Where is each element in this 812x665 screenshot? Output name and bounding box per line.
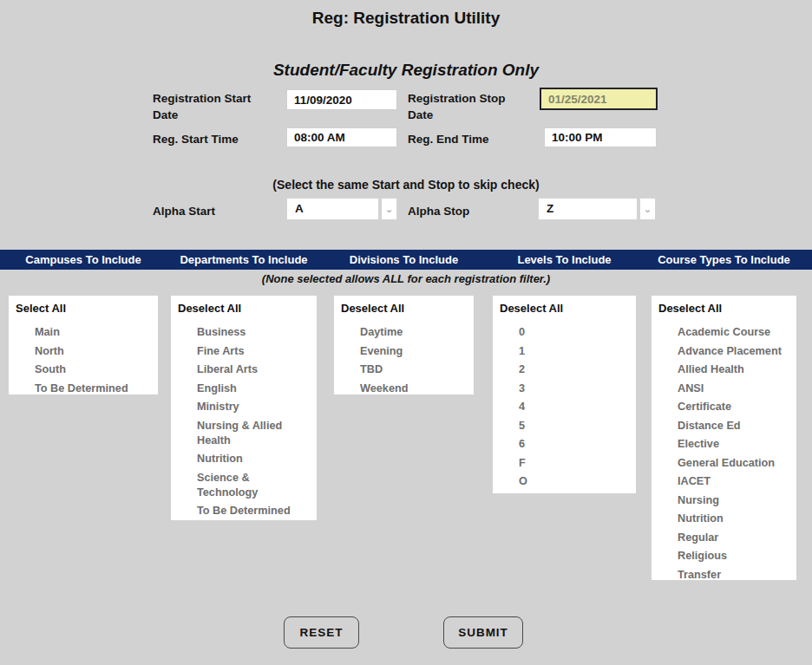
divisions-items: DaytimeEveningTBDWeekend xyxy=(334,325,474,394)
filter-item[interactable]: 3 xyxy=(493,381,636,396)
filter-item[interactable]: 2 xyxy=(493,362,636,377)
departments-listbox: Deselect All BusinessFine ArtsLiberal Ar… xyxy=(171,296,317,520)
filter-item[interactable]: South xyxy=(9,362,158,377)
filter-item[interactable]: Certificate xyxy=(652,400,796,414)
filter-item[interactable]: Advance Placement xyxy=(652,344,796,359)
filter-item[interactable]: Allied Health xyxy=(652,362,796,377)
filter-item[interactable]: Liberal Arts xyxy=(171,362,317,377)
filter-item[interactable]: Elective xyxy=(652,437,796,452)
campuses-items: MainNorthSouthTo Be Determined xyxy=(9,325,158,394)
reg-start-time-label: Reg. Start Time xyxy=(153,131,278,147)
filter-item[interactable]: Business xyxy=(171,325,317,340)
filter-item[interactable]: To Be Determined xyxy=(9,381,158,395)
filter-item[interactable]: 5 xyxy=(493,419,636,434)
filter-item[interactable]: IACET xyxy=(652,474,796,489)
divisions-deselect-all[interactable]: Deselect All xyxy=(334,296,474,316)
filter-item[interactable]: 6 xyxy=(493,437,636,452)
filter-item[interactable]: Transfer xyxy=(652,568,796,581)
reg-start-date-label: Registration Start Date xyxy=(153,90,278,123)
filter-item[interactable]: Regular xyxy=(652,531,796,545)
filter-item[interactable]: ANSI xyxy=(652,381,796,396)
reg-start-time-input[interactable] xyxy=(286,127,397,147)
filter-item[interactable]: Fine Arts xyxy=(171,344,317,359)
page-title: Reg: Registration Utility xyxy=(0,9,812,28)
filter-item[interactable]: Nursing xyxy=(652,493,796,508)
filter-item[interactable]: 1 xyxy=(493,344,636,359)
filter-item[interactable]: Nursing & Allied Health xyxy=(171,419,317,448)
subtitle: Student/Faculty Registration Only xyxy=(0,61,812,80)
reg-stop-date-input[interactable] xyxy=(540,88,658,110)
reset-button[interactable]: RESET xyxy=(284,616,359,649)
levels-items: 0123456FO xyxy=(493,325,636,489)
alpha-stop-select[interactable]: Z ⌄ xyxy=(538,198,656,220)
filter-item[interactable]: 0 xyxy=(493,325,636,340)
chevron-down-icon[interactable]: ⌄ xyxy=(639,198,656,220)
filter-item[interactable]: TBD xyxy=(334,362,474,377)
filter-item[interactable]: Main xyxy=(9,325,158,340)
filter-item[interactable]: F xyxy=(493,456,636,471)
chevron-down-icon[interactable]: ⌄ xyxy=(381,198,397,220)
course-types-deselect-all[interactable]: Deselect All xyxy=(652,296,796,316)
reg-end-time-label: Reg. End Time xyxy=(408,131,534,147)
course-types-items: Academic CourseAdvance PlacementAllied H… xyxy=(652,325,796,580)
filter-item[interactable]: North xyxy=(9,344,158,359)
filter-item[interactable]: To Be Determined xyxy=(171,504,317,518)
filter-item[interactable]: Ministry xyxy=(171,400,317,414)
filter-item[interactable]: Daytime xyxy=(334,325,474,340)
filter-item[interactable]: Weekend xyxy=(334,381,474,395)
header-levels: Levels To Include xyxy=(493,250,636,270)
divisions-listbox: Deselect All DaytimeEveningTBDWeekend xyxy=(334,296,474,394)
filter-item[interactable]: Nutrition xyxy=(652,512,796,526)
alpha-stop-label: Alpha Stop xyxy=(408,203,534,219)
alpha-start-select[interactable]: A ⌄ xyxy=(286,198,397,220)
registration-utility-window: Reg: Registration Utility Student/Facult… xyxy=(0,0,812,665)
alpha-start-value: A xyxy=(286,198,379,220)
reg-end-time-input[interactable] xyxy=(544,127,657,147)
departments-deselect-all[interactable]: Deselect All xyxy=(171,296,317,316)
levels-deselect-all[interactable]: Deselect All xyxy=(493,296,636,316)
filter-item[interactable]: Nutrition xyxy=(171,452,317,466)
filter-item[interactable]: 4 xyxy=(493,400,636,414)
alpha-start-label: Alpha Start xyxy=(153,203,278,219)
campuses-select-all[interactable]: Select All xyxy=(9,296,158,316)
submit-button[interactable]: SUBMIT xyxy=(443,616,523,649)
filter-item[interactable]: O xyxy=(493,474,636,489)
alpha-stop-value: Z xyxy=(538,198,638,220)
departments-items: BusinessFine ArtsLiberal ArtsEnglishMini… xyxy=(171,325,317,520)
filter-item[interactable]: Academic Course xyxy=(652,325,796,340)
reg-stop-date-label: Registration Stop Date xyxy=(408,90,534,123)
campuses-listbox: Select All MainNorthSouthTo Be Determine… xyxy=(9,296,158,394)
filter-item[interactable]: Evening xyxy=(334,344,474,359)
filter-item[interactable]: General Education xyxy=(652,456,796,471)
filter-item[interactable]: English xyxy=(171,381,317,396)
reg-start-date-input[interactable] xyxy=(286,89,397,110)
filter-note: (None selected allows ALL for each regis… xyxy=(0,272,812,285)
filter-item[interactable]: Distance Ed xyxy=(652,419,796,434)
filter-header-bar: Campuses To Include Departments To Inclu… xyxy=(0,250,812,270)
filter-item[interactable]: Science & Technology xyxy=(171,471,317,500)
course-types-listbox: Deselect All Academic CourseAdvance Plac… xyxy=(652,296,796,580)
header-departments: Departments To Include xyxy=(171,250,317,270)
filter-item[interactable]: Religious xyxy=(652,549,796,564)
header-divisions: Divisions To Include xyxy=(334,250,474,270)
levels-listbox: Deselect All 0123456FO xyxy=(493,296,636,493)
header-course-types: Course Types To Include xyxy=(652,250,796,270)
header-campuses: Campuses To Include xyxy=(9,250,158,270)
skip-check-note: (Select the same Start and Stop to skip … xyxy=(0,178,812,192)
